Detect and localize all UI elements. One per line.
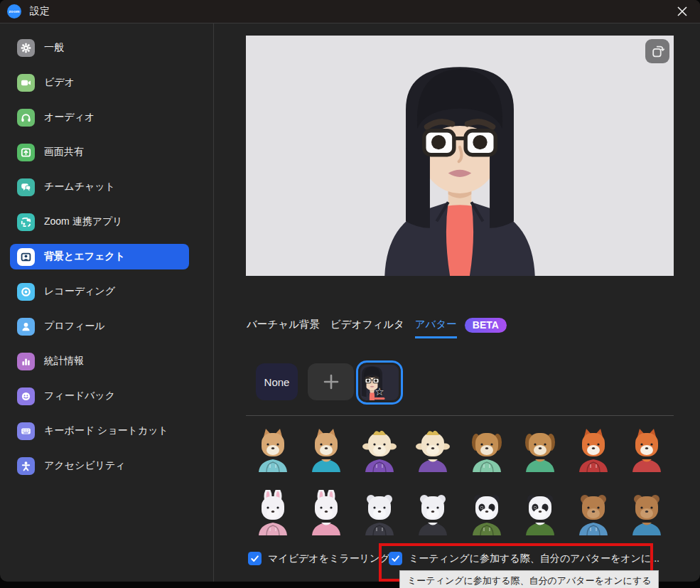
avatar-option-capybara-shirt[interactable] [628, 490, 665, 535]
sidebar-item-label: チームチャット [44, 181, 115, 193]
avatar-on-checkbox-group: ミーティングに参加する際、自分のアバターをオンに... [389, 552, 659, 565]
sidebar-item-accessibility[interactable]: アクセシビリティ [10, 453, 189, 479]
tab-label: バーチャル背景 [247, 318, 320, 338]
sidebar-item-label: Zoom 連携アプリ [44, 215, 123, 228]
keyboard-icon [17, 422, 35, 440]
tab-virtual-background[interactable]: バーチャル背景 [247, 318, 320, 338]
check-icon [250, 554, 259, 563]
avatar-on-label: ミーティングに参加する際、自分のアバターをオンに... [409, 552, 659, 565]
avatar-option-dog-shirt[interactable] [522, 427, 559, 472]
avatar-option-fox-shirt[interactable] [628, 427, 665, 472]
sidebar-item-label: 背景とエフェクト [44, 250, 125, 263]
sidebar-item-label: アクセシビリティ [44, 459, 126, 472]
apps-icon [17, 213, 35, 231]
mirror-video-checkbox[interactable] [248, 552, 262, 565]
beta-badge: BETA [465, 318, 507, 333]
mirror-video-label: マイビデオをミラーリング [268, 552, 390, 565]
avatar-option-rabbit-hoodie[interactable] [254, 490, 291, 535]
avatar-option-sheep-hoodie[interactable] [361, 427, 398, 472]
avatar-preview [246, 36, 674, 276]
person-icon [17, 318, 35, 336]
background-person-icon [17, 248, 35, 266]
tooltip: ミーティングに参加する際、自分のアバターをオンにする [399, 570, 659, 588]
avatar-option-sheep-shirt[interactable] [414, 427, 451, 472]
avatar-option-corgi-shirt[interactable] [308, 427, 345, 472]
sidebar-item-general[interactable]: 一般 [10, 35, 189, 60]
headset-icon [17, 109, 35, 127]
sidebar-item-label: 一般 [44, 41, 64, 54]
selected-avatar-tile[interactable]: ☆ [356, 360, 403, 405]
gear-icon [17, 39, 35, 57]
sidebar-item-zoom-apps[interactable]: Zoom 連携アプリ [10, 209, 189, 235]
tab-avatars[interactable]: アバター [415, 318, 457, 338]
rotate-avatar-icon[interactable] [645, 39, 669, 63]
chat-icon [17, 178, 35, 196]
check-icon [391, 554, 400, 563]
bar-chart-icon [17, 353, 35, 370]
sidebar-item-label: レコーディング [44, 285, 115, 298]
sidebar-item-profile[interactable]: プロフィール [10, 314, 189, 339]
avatar-woman-preview [359, 55, 561, 276]
avatar-option-capybara-hoodie[interactable] [575, 490, 612, 535]
avatar-option-polar-bear-hoodie[interactable] [361, 490, 398, 535]
avatar-option-fox-hoodie[interactable] [575, 427, 612, 472]
avatar-option-panda-hoodie[interactable] [468, 490, 505, 535]
plus-icon [322, 373, 340, 391]
sidebar-item-background-effects[interactable]: 背景とエフェクト [10, 244, 189, 269]
zoom-logo: zoom [7, 4, 21, 18]
mirror-video-checkbox-group: マイビデオをミラーリング [248, 552, 390, 565]
selected-indicator-bar [375, 397, 385, 400]
sidebar-item-audio[interactable]: オーディオ [10, 105, 189, 130]
selected-avatar-thumb: ☆ [360, 365, 399, 400]
settings-window: zoom 設定 一般ビデオオーディオ画面共有チームチャットZoom 連携アプリ背… [0, 0, 700, 582]
sidebar-item-label: キーボード ショートカット [44, 424, 168, 437]
record-icon [17, 283, 35, 301]
sidebar-item-feedback[interactable]: フィードバック [10, 383, 189, 409]
sidebar-item-label: フィードバック [44, 390, 115, 402]
close-icon[interactable] [672, 1, 693, 22]
sidebar-item-label: 画面共有 [44, 146, 84, 159]
avatar-option-dog-hoodie[interactable] [468, 427, 505, 472]
sidebar: 一般ビデオオーディオ画面共有チームチャットZoom 連携アプリ背景とエフェクトレ… [0, 23, 214, 582]
avatar-option-corgi-hoodie[interactable] [254, 427, 291, 472]
avatar-option-polar-bear-shirt[interactable] [414, 490, 451, 535]
avatar-option-rabbit-shirt[interactable] [308, 490, 345, 535]
sidebar-item-label: プロフィール [44, 320, 105, 333]
sidebar-item-label: 統計情報 [44, 355, 84, 368]
tab-bar: バーチャル背景ビデオフィルタアバターBETA [247, 318, 507, 338]
sidebar-item-label: オーディオ [44, 111, 95, 124]
accessibility-icon [17, 457, 35, 475]
avatar-none-tile[interactable]: None [256, 363, 298, 400]
add-avatar-tile[interactable] [308, 363, 354, 400]
tab-label: アバター [415, 318, 457, 338]
sidebar-item-recording[interactable]: レコーディング [10, 279, 189, 304]
avatar-grid [246, 427, 674, 535]
title-bar: zoom 設定 [0, 0, 700, 23]
window-title: 設定 [30, 5, 50, 18]
none-label: None [264, 376, 290, 388]
screen-share-icon [17, 144, 35, 161]
sidebar-item-keyboard-shortcuts[interactable]: キーボード ショートカット [10, 418, 189, 444]
main-panel: バーチャル背景ビデオフィルタアバターBETA None ☆ マイビデオをミラーリ… [215, 23, 700, 582]
video-camera-icon [17, 74, 35, 92]
smiley-icon [17, 387, 35, 405]
section-divider [246, 415, 674, 416]
avatar-on-checkbox[interactable] [389, 552, 402, 565]
star-icon: ☆ [375, 386, 384, 397]
tab-video-filters[interactable]: ビデオフィルタ [330, 318, 404, 338]
sidebar-item-video[interactable]: ビデオ [10, 70, 189, 95]
sidebar-item-team-chat[interactable]: チームチャット [10, 174, 189, 200]
tab-label: ビデオフィルタ [330, 318, 404, 338]
sidebar-item-statistics[interactable]: 統計情報 [10, 348, 189, 374]
sidebar-item-label: ビデオ [44, 76, 75, 89]
avatar-option-panda-shirt[interactable] [522, 490, 559, 535]
sidebar-item-screen-share[interactable]: 画面共有 [10, 139, 189, 165]
